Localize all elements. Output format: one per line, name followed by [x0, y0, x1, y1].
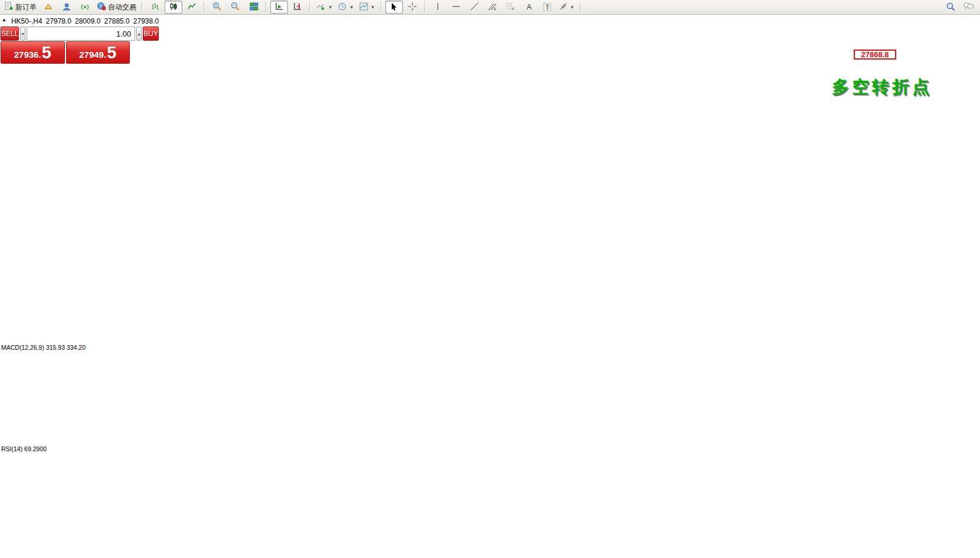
rsi-name: RSI(14)	[1, 445, 22, 452]
svg-text:F: F	[512, 7, 514, 11]
sell-price-main: 27936	[14, 48, 39, 61]
candlestick-button[interactable]	[165, 1, 182, 14]
sell-price[interactable]: 27936.5	[1, 41, 65, 64]
chart-shift-marker: ▲	[2, 17, 6, 25]
vertical-line-icon	[435, 2, 441, 12]
rsi-value: 69.2900	[24, 445, 47, 452]
bar-chart-button[interactable]	[146, 1, 164, 14]
community-icon	[62, 2, 71, 12]
text-icon: A	[527, 3, 532, 11]
zoom-in-icon	[212, 2, 222, 12]
crosshair-button[interactable]	[404, 1, 421, 14]
chevron-down-icon: ▼	[570, 5, 575, 10]
svg-text:E: E	[494, 7, 496, 11]
trendline-button[interactable]	[466, 1, 483, 14]
arrows-button[interactable]: ▼	[557, 1, 577, 14]
vertical-line-button[interactable]	[429, 1, 447, 14]
zoom-in-button[interactable]	[208, 1, 226, 14]
sell-price-sep: .	[38, 48, 41, 61]
autotrade-label: 自动交易	[108, 2, 136, 12]
rsi-label: RSI(14) 69.2900	[1, 445, 47, 452]
price-flag-label[interactable]: 27868.8	[854, 50, 896, 60]
symbol-period-label: HK50-,H4	[11, 17, 42, 25]
one-click-trading-panel: SELL ▼ ▲ BUY 27936.5 27949.5	[1, 27, 130, 64]
trendline-icon	[470, 2, 478, 12]
cursor-icon	[391, 2, 398, 12]
low-value: 27885.0	[104, 17, 129, 25]
templates-icon	[359, 2, 368, 12]
chat-button[interactable]	[960, 1, 978, 14]
chart-shift-button[interactable]	[289, 1, 306, 14]
spinner-up-icon: ▲	[137, 32, 141, 36]
community-button[interactable]	[58, 1, 76, 14]
signals-icon	[80, 2, 90, 12]
search-button[interactable]	[942, 1, 959, 14]
macd-signal-value: 334.20	[67, 344, 86, 351]
high-value: 28009.0	[75, 17, 100, 25]
autotrade-button[interactable]: 自动交易	[94, 1, 139, 14]
arrows-icon	[559, 2, 568, 12]
templates-button[interactable]: ▼	[357, 1, 378, 14]
macd-value: 315.93	[46, 344, 65, 351]
auto-scroll-button[interactable]	[270, 1, 288, 14]
fibonacci-icon: F	[506, 2, 515, 12]
terminal-window: 新订单 自动交易 ▼ ▼ ▼ E F A T ▼	[0, 0, 980, 558]
periods-button[interactable]: ▼	[336, 1, 356, 14]
volume-decrease-button[interactable]: ▼	[20, 27, 25, 41]
market-button[interactable]	[40, 1, 57, 14]
chart-shift-icon	[293, 2, 302, 12]
zoom-out-icon	[231, 2, 240, 12]
horizontal-line-icon	[452, 3, 460, 11]
fibonacci-button[interactable]: F	[502, 1, 520, 14]
line-chart-icon	[188, 2, 196, 12]
buy-price-pips: 5	[107, 44, 116, 61]
channel-button[interactable]: E	[484, 1, 502, 14]
candlestick-icon	[169, 2, 178, 12]
chat-icon	[963, 2, 974, 12]
text-button[interactable]: A	[520, 1, 538, 14]
tile-windows-button[interactable]	[245, 1, 263, 14]
close-value: 27938.0	[133, 17, 159, 25]
toolbar-separator	[424, 2, 426, 12]
volume-increase-button[interactable]: ▲	[136, 27, 142, 41]
indicators-icon	[316, 2, 326, 12]
periods-icon	[338, 2, 347, 12]
buy-button-label: BUY	[143, 29, 158, 38]
bar-chart-icon	[151, 2, 160, 12]
sell-price-pips: 5	[42, 44, 51, 61]
main-toolbar: 新订单 自动交易 ▼ ▼ ▼ E F A T ▼	[0, 0, 980, 15]
buy-price-sep: .	[104, 48, 106, 61]
toolbar-separator	[142, 2, 143, 12]
annotation-text: 多空转折点	[832, 76, 932, 99]
indicators-button[interactable]: ▼	[314, 1, 335, 14]
horizontal-line-button[interactable]	[447, 1, 465, 14]
text-label-button[interactable]: T	[539, 1, 556, 14]
buy-button[interactable]: BUY	[143, 27, 159, 41]
toolbar-separator	[204, 2, 205, 12]
text-label-icon: T	[543, 3, 551, 11]
toolbar-separator	[381, 2, 382, 12]
macd-name: MACD(12,26,9)	[1, 344, 44, 351]
spinner-down-icon: ▼	[21, 32, 25, 36]
crosshair-icon	[408, 2, 417, 12]
cursor-button[interactable]	[385, 1, 403, 14]
line-chart-button[interactable]	[183, 1, 201, 14]
chevron-down-icon: ▼	[328, 5, 333, 10]
open-value: 27978.0	[46, 17, 71, 25]
new-order-label: 新订单	[15, 2, 37, 12]
buy-price-main: 27949	[79, 48, 104, 61]
chart-title: ▲ HK50-,H4 27978.0 28009.0 27885.0 27938…	[2, 17, 159, 25]
toolbar-separator	[266, 2, 267, 12]
market-icon	[44, 2, 53, 12]
zoom-out-button[interactable]	[227, 1, 244, 14]
autotrade-icon	[97, 2, 106, 12]
new-order-button[interactable]: 新订单	[2, 1, 39, 14]
tile-windows-icon	[250, 2, 258, 12]
search-icon	[946, 2, 955, 13]
volume-input[interactable]	[27, 27, 135, 41]
buy-price[interactable]: 27949.5	[66, 41, 130, 64]
sell-button[interactable]: SELL	[1, 27, 19, 41]
chevron-down-icon: ▼	[371, 5, 375, 10]
signals-button[interactable]	[76, 1, 94, 14]
toolbar-separator	[580, 2, 582, 12]
